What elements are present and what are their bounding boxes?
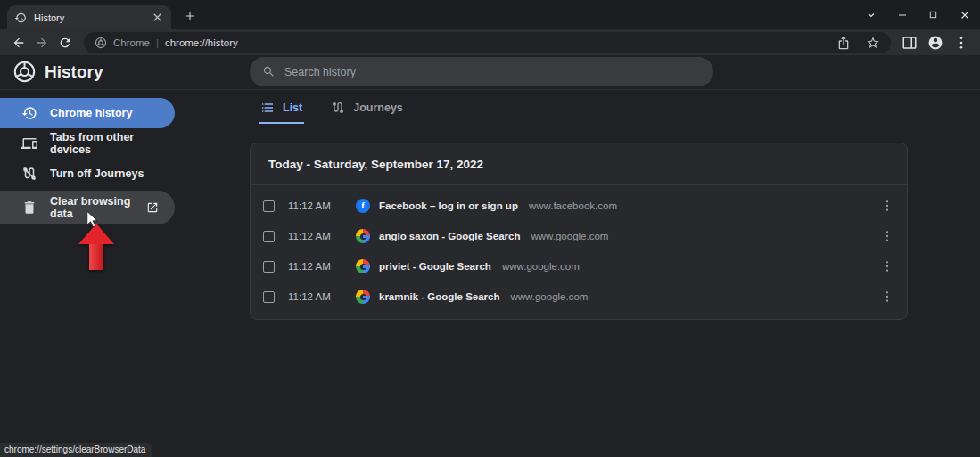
facebook-icon: [356, 199, 370, 213]
tab-journeys[interactable]: Journeys: [329, 92, 405, 124]
journeys-off-icon: [21, 166, 37, 182]
sidebar-item-tabs-other-devices[interactable]: Tabs from other devices: [0, 128, 175, 159]
tab-label: Journeys: [353, 102, 403, 114]
history-row: 11:12 AM kramnik - Google Search www.goo…: [251, 282, 907, 312]
browser-tab-history[interactable]: History: [7, 5, 171, 29]
tab-list[interactable]: List: [259, 92, 304, 124]
google-icon: [356, 290, 370, 304]
history-rows: 11:12 AM Facebook – log in or sign up ww…: [251, 185, 907, 312]
forward-icon[interactable]: [30, 31, 54, 54]
chrome-logo-icon: [12, 60, 37, 84]
row-checkbox[interactable]: [263, 261, 275, 273]
share-icon[interactable]: [836, 36, 851, 50]
sidebar-item-turn-off-journeys[interactable]: Turn off Journeys: [0, 159, 175, 189]
arrow-shaft: [89, 244, 103, 270]
window-menu-chevron-icon[interactable]: [855, 0, 886, 29]
sidebar-item-label: Chrome history: [50, 107, 132, 119]
omnibox-site-label: Chrome: [113, 37, 150, 48]
sidebar: Chrome history Tabs from other devices T…: [0, 90, 228, 224]
external-link-icon: [146, 201, 159, 214]
google-icon: [356, 229, 370, 243]
history-page-header: History: [0, 55, 980, 90]
omnibox-separator: |: [156, 37, 159, 48]
tab-strip: History: [0, 0, 980, 29]
view-tabs: List Journeys: [259, 92, 405, 124]
new-tab-button[interactable]: [180, 6, 200, 26]
back-icon[interactable]: [7, 31, 30, 54]
devices-icon: [21, 135, 37, 151]
entry-domain: www.google.com: [531, 231, 880, 241]
profile-avatar-icon[interactable]: [924, 31, 947, 54]
search-icon: [262, 65, 276, 78]
entry-domain: www.google.com: [511, 291, 881, 302]
entry-time: 11:12 AM: [288, 261, 356, 272]
status-bar-link-target: chrome://settings/clearBrowserData: [0, 443, 152, 457]
entry-domain: www.google.com: [502, 261, 880, 272]
entry-time: 11:12 AM: [288, 231, 356, 241]
history-icon: [14, 12, 27, 24]
entry-time: 11:12 AM: [288, 291, 356, 302]
sidebar-item-chrome-history[interactable]: Chrome history: [0, 98, 175, 128]
row-checkbox[interactable]: [263, 200, 275, 212]
history-row: 11:12 AM anglo saxon - Google Search www…: [251, 221, 907, 251]
google-icon: [356, 259, 370, 273]
trash-icon: [21, 200, 37, 216]
reload-icon[interactable]: [54, 31, 77, 54]
entry-title[interactable]: priviet - Google Search: [379, 261, 491, 272]
history-card: Today - Saturday, September 17, 2022 11:…: [250, 143, 908, 320]
tab-title: History: [34, 12, 144, 23]
window-controls: [855, 0, 980, 29]
close-button[interactable]: [949, 0, 980, 29]
entry-title[interactable]: anglo saxon - Google Search: [379, 231, 520, 241]
history-icon: [21, 105, 37, 121]
entry-domain: www.facebook.com: [529, 200, 880, 211]
mouse-cursor-icon: [86, 210, 99, 229]
omnibox-url: chrome://history: [165, 37, 238, 48]
row-checkbox[interactable]: [263, 291, 275, 303]
tab-close-icon[interactable]: [151, 11, 164, 24]
row-more-menu-icon[interactable]: [880, 290, 894, 304]
address-bar[interactable]: Chrome | chrome://history: [84, 32, 891, 53]
history-group-header: Today - Saturday, September 17, 2022: [251, 143, 907, 185]
search-input[interactable]: [284, 66, 701, 78]
list-icon: [260, 101, 275, 115]
history-row: 11:12 AM Facebook – log in or sign up ww…: [251, 191, 907, 221]
row-more-menu-icon[interactable]: [880, 259, 894, 273]
maximize-button[interactable]: [918, 0, 949, 29]
navigation-bar: Chrome | chrome://history: [0, 29, 980, 55]
side-panel-icon[interactable]: [898, 31, 921, 54]
row-more-menu-icon[interactable]: [880, 199, 894, 213]
row-more-menu-icon[interactable]: [880, 229, 894, 243]
page-title: History: [45, 62, 103, 82]
sidebar-item-label: Tabs from other devices: [50, 131, 175, 156]
history-row: 11:12 AM priviet - Google Search www.goo…: [251, 251, 907, 282]
row-checkbox[interactable]: [263, 231, 275, 242]
history-search-box[interactable]: [250, 57, 713, 86]
browser-window: History Chrome |: [0, 0, 980, 457]
entry-title[interactable]: Facebook – log in or sign up: [379, 200, 518, 211]
minimize-button[interactable]: [886, 0, 918, 29]
entry-time: 11:12 AM: [288, 200, 356, 211]
navbar-right-icons: [898, 31, 973, 54]
browser-menu-icon[interactable]: [950, 31, 973, 54]
chrome-badge-icon: [95, 37, 107, 49]
red-annotation-arrow: [78, 224, 114, 270]
sidebar-item-label: Turn off Journeys: [50, 167, 144, 180]
entry-title[interactable]: kramnik - Google Search: [379, 291, 500, 302]
bookmark-star-icon[interactable]: [866, 36, 880, 50]
tab-label: List: [283, 102, 302, 114]
journeys-icon: [331, 101, 345, 115]
